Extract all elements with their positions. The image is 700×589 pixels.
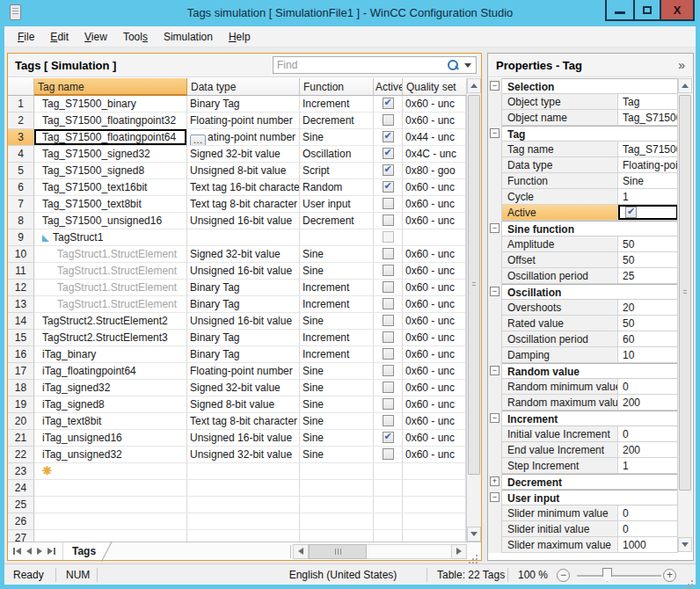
checkbox-icon[interactable] xyxy=(383,265,394,276)
cell-active[interactable] xyxy=(374,196,403,213)
cell-tag-name[interactable]: iTag_unsigned32 xyxy=(34,447,187,463)
cell-quality[interactable]: 0x60 - unc xyxy=(403,330,466,346)
cell-active[interactable] xyxy=(374,346,403,363)
cell-data-type[interactable]: Unsigned 16-bit value xyxy=(187,430,300,447)
property-value[interactable]: 0 xyxy=(618,505,678,521)
row-number[interactable]: 5 xyxy=(8,163,34,179)
row-number[interactable]: 6 xyxy=(8,179,34,196)
cell-quality[interactable] xyxy=(403,530,466,542)
row-number[interactable]: 14 xyxy=(8,313,34,330)
checkbox-icon[interactable] xyxy=(383,215,394,226)
checkbox-icon[interactable] xyxy=(383,114,394,126)
find-box[interactable]: Find xyxy=(273,56,477,74)
cell-data-type[interactable]: Signed 32-bit value xyxy=(187,246,300,263)
cell-data-type[interactable]: Text tag 8-bit character set xyxy=(187,196,300,213)
cell-tag-name[interactable]: iTag_unsigned16 xyxy=(34,430,187,447)
row-number[interactable]: 22 xyxy=(8,447,34,463)
cell-function[interactable]: Script xyxy=(300,163,374,179)
tab-tags[interactable]: Tags xyxy=(63,542,103,560)
property-value[interactable]: 1000 xyxy=(618,537,678,553)
property-value[interactable]: 1 xyxy=(618,458,678,474)
cell-tag-name[interactable]: TagStruct2.StructElement2 xyxy=(34,313,187,330)
cell-active[interactable] xyxy=(374,263,403,280)
cell-function[interactable]: Increment xyxy=(300,296,374,313)
cell-function[interactable]: Increment xyxy=(300,96,374,113)
row-number[interactable]: 3 xyxy=(8,129,34,146)
row-number[interactable]: 4 xyxy=(8,146,34,163)
row-number[interactable]: 8 xyxy=(8,213,34,229)
minimize-button[interactable] xyxy=(607,0,633,19)
next-sheet-button[interactable] xyxy=(37,548,42,555)
cell-tag-name[interactable]: iTag_signed32 xyxy=(34,380,187,396)
cell-data-type[interactable]: Signed 8-bit value xyxy=(187,396,300,413)
cell-tag-name[interactable] xyxy=(34,513,187,530)
cell-active[interactable] xyxy=(374,179,403,196)
cell-function[interactable]: Sine xyxy=(300,246,374,263)
cell-data-type[interactable]: Signed 32-bit value xyxy=(187,146,300,163)
row-number[interactable]: 1 xyxy=(8,96,34,113)
cell-active[interactable] xyxy=(374,96,403,113)
cell-function[interactable]: Sine xyxy=(300,447,374,463)
row-number[interactable]: 18 xyxy=(8,380,34,396)
cell-data-type[interactable]: Binary Tag xyxy=(187,96,300,113)
zoom-out-button[interactable]: − xyxy=(557,569,570,582)
find-input[interactable]: Find xyxy=(273,59,447,71)
cell-tag-name[interactable]: iTag_text8bit xyxy=(34,413,187,430)
cell-function[interactable] xyxy=(300,229,374,246)
collapse-section-icon[interactable]: − xyxy=(490,128,499,138)
zoom-slider-track[interactable] xyxy=(577,575,661,577)
checkbox-icon[interactable] xyxy=(383,198,394,209)
cell-function[interactable]: User input xyxy=(300,196,374,213)
property-value[interactable] xyxy=(618,205,678,221)
cell-data-type[interactable] xyxy=(187,229,300,246)
cell-active[interactable] xyxy=(374,530,403,542)
cell-quality[interactable]: 0x60 - unc xyxy=(403,246,466,263)
collapse-section-icon[interactable]: − xyxy=(490,413,499,423)
cell-function[interactable] xyxy=(300,513,374,530)
row-number[interactable]: 27 xyxy=(8,530,34,542)
window-resize-grip[interactable] xyxy=(691,580,693,582)
cell-active[interactable] xyxy=(374,313,403,330)
cell-function[interactable]: Increment xyxy=(300,280,374,296)
cell-quality[interactable]: 0x60 - unc xyxy=(403,447,466,463)
row-number[interactable]: 11 xyxy=(8,263,34,280)
cell-data-type[interactable] xyxy=(187,463,300,480)
cell-function[interactable]: Sine xyxy=(300,380,374,396)
cell-function[interactable]: Sine xyxy=(300,396,374,413)
cell-active[interactable] xyxy=(374,280,403,296)
cell-function[interactable]: Sine xyxy=(300,263,374,280)
row-number[interactable]: 23 xyxy=(8,463,34,480)
property-value[interactable]: 0 xyxy=(618,379,678,395)
cell-active[interactable] xyxy=(374,129,403,146)
checkbox-checked-icon[interactable] xyxy=(383,98,394,109)
cell-function[interactable]: Sine xyxy=(300,313,374,330)
collapse-section-icon[interactable]: − xyxy=(490,492,499,502)
column-header-rownum[interactable] xyxy=(8,78,34,96)
cell-tag-name[interactable]: TagStruct1.StructElement xyxy=(34,296,187,313)
checkbox-checked-icon[interactable] xyxy=(383,164,394,176)
cell-data-type[interactable]: …ating-point number xyxy=(187,129,300,146)
property-value[interactable]: 200 xyxy=(618,442,678,458)
cell-tag-name[interactable] xyxy=(34,480,187,497)
property-value[interactable]: 60 xyxy=(618,331,678,347)
expand-section-icon[interactable]: + xyxy=(490,476,499,486)
cell-data-type[interactable]: Text tag 16-bit character set xyxy=(187,179,300,196)
cell-data-type[interactable]: Signed 32-bit value xyxy=(187,380,300,396)
cell-quality[interactable]: 0x4C - unc xyxy=(403,146,466,163)
menu-item-view[interactable]: View xyxy=(77,27,115,47)
cell-data-type[interactable]: Floating-point number xyxy=(187,363,300,380)
cell-quality[interactable]: 0x80 - goo xyxy=(403,163,466,179)
checkbox-icon[interactable] xyxy=(383,382,394,393)
cell-data-type[interactable] xyxy=(187,530,300,542)
cell-quality[interactable]: 0x60 - unc xyxy=(403,96,466,113)
scroll-down-button[interactable] xyxy=(678,537,692,552)
cell-data-type[interactable]: Unsigned 16-bit value xyxy=(187,313,300,330)
menu-item-help[interactable]: Help xyxy=(221,27,259,47)
cell-tag-name[interactable]: Tag_S71500_floatingpoint32 xyxy=(34,113,187,129)
property-value[interactable]: 200 xyxy=(618,395,678,411)
cell-tag-name[interactable] xyxy=(34,530,187,542)
cell-active[interactable] xyxy=(374,447,403,463)
row-number[interactable]: 19 xyxy=(8,396,34,413)
scroll-left-button[interactable] xyxy=(293,544,309,559)
cell-quality[interactable] xyxy=(403,480,466,497)
